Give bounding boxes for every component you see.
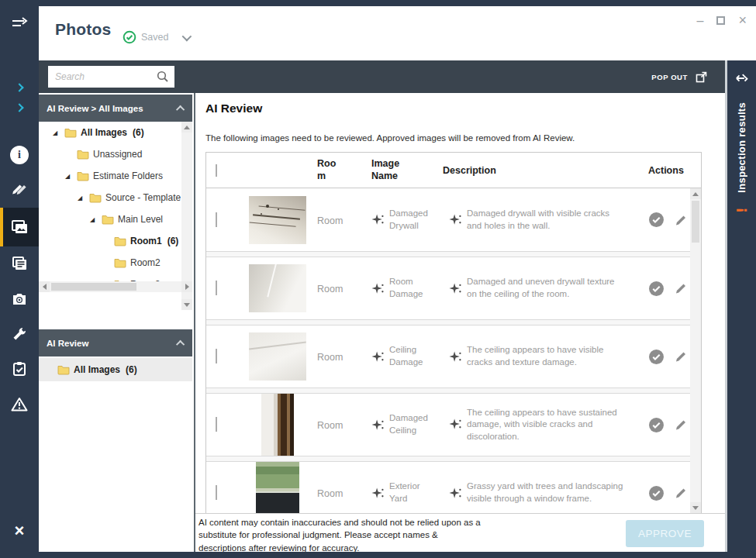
sidebar-item-photos[interactable] — [0, 208, 39, 246]
titlebar: Photos Saved – × — [39, 6, 756, 60]
row-checkbox[interactable] — [216, 281, 217, 295]
window-minimize-button[interactable]: – — [697, 14, 704, 28]
tree-item-unassigned[interactable]: Unassigned — [39, 143, 192, 165]
folder-label: Room2 — [130, 257, 161, 268]
sidebar-item-alerts[interactable] — [0, 387, 39, 421]
scroll-down-button[interactable] — [181, 299, 192, 310]
description-column-header: Description — [443, 165, 633, 176]
scrollbar-thumb[interactable] — [692, 201, 699, 243]
pop-out-button[interactable]: POP OUT — [651, 66, 708, 88]
pop-out-label: POP OUT — [651, 73, 688, 81]
saved-label: Saved — [141, 32, 168, 43]
review-footer: AI content may contain inaccuracies and … — [195, 513, 725, 552]
expand-panel-icon[interactable] — [732, 68, 751, 88]
table-row: RoomDamaged CeilingThe ceiling appears t… — [206, 393, 701, 456]
tree-item-source-template[interactable]: ◢Source - Template — [39, 187, 192, 208]
folder-icon — [102, 214, 114, 225]
image-name-column-header: Image Name — [371, 158, 443, 182]
sidebar-chevron-2[interactable] — [0, 96, 39, 119]
inspection-results-rail[interactable]: Inspection results ! — [727, 60, 756, 552]
tree-item-main-level[interactable]: ◢Main Level — [39, 208, 192, 230]
row-checkbox[interactable] — [216, 349, 217, 363]
ai-sparkle-icon — [449, 214, 461, 226]
description-value: The ceiling appears to have visible crac… — [467, 344, 625, 368]
row-checkbox[interactable] — [216, 417, 217, 432]
camera-icon — [11, 292, 28, 306]
window-maximize-button[interactable] — [716, 16, 725, 25]
approve-button[interactable]: APPROVE — [626, 520, 704, 547]
scroll-down-button[interactable] — [690, 502, 701, 513]
scroll-up-button[interactable] — [181, 122, 192, 133]
row-checkbox[interactable] — [216, 485, 217, 500]
image-thumbnail[interactable] — [249, 332, 306, 381]
edit-pencil-icon[interactable] — [674, 281, 688, 295]
sidebar-item-tasks[interactable] — [0, 352, 39, 386]
room-column-header: Room — [317, 158, 371, 182]
edit-pencil-icon[interactable] — [674, 418, 688, 432]
ai-sparkle-icon — [371, 214, 384, 226]
ai-sparkle-icon — [371, 283, 384, 294]
close-icon: × — [15, 522, 25, 539]
tree-item-all-images-selected[interactable]: All Images (6) — [39, 358, 192, 381]
sidebar-item-camera[interactable] — [0, 282, 39, 316]
folder-icon — [89, 192, 102, 203]
edit-pencil-icon[interactable] — [674, 213, 688, 227]
saved-dropdown-chevron[interactable] — [182, 31, 192, 41]
folders-breadcrumb-header[interactable]: AI Review > All Images — [39, 95, 192, 122]
table-vertical-scrollbar[interactable] — [690, 188, 701, 513]
sidebar-item-info[interactable]: i — [0, 138, 39, 172]
menu-toggle-icon — [11, 17, 28, 29]
sidebar-item-notes[interactable] — [0, 246, 39, 281]
breadcrumb: AI Review > All Images — [47, 104, 178, 113]
sidebar-item-tools[interactable] — [0, 317, 39, 351]
expand-toggle-icon[interactable]: ◢ — [90, 216, 102, 223]
edit-pencil-icon[interactable] — [674, 350, 688, 363]
window-bottom-edge — [0, 552, 756, 558]
approve-check-icon[interactable] — [648, 212, 665, 228]
select-all-checkbox[interactable] — [216, 164, 217, 177]
photos-icon — [10, 219, 29, 235]
ai-sparkle-icon — [371, 419, 384, 431]
image-name-value: Room Damage — [389, 276, 440, 300]
sidebar-item-edit[interactable] — [0, 171, 39, 205]
tree-item-room1[interactable]: Room1(6) — [39, 230, 192, 252]
room-value: Room — [317, 488, 343, 499]
notes-icon — [11, 256, 28, 271]
ai-review-panel-header[interactable]: AI Review — [39, 329, 192, 356]
search-input[interactable] — [48, 71, 156, 82]
expand-toggle-icon[interactable]: ◢ — [53, 129, 64, 136]
row-checkbox[interactable] — [216, 212, 217, 227]
tree-horizontal-scrollbar[interactable] — [39, 281, 192, 292]
folder-icon — [57, 364, 70, 375]
menu-toggle-button[interactable] — [0, 6, 39, 40]
expand-toggle-icon[interactable]: ◢ — [78, 195, 89, 202]
scroll-left-button[interactable] — [39, 281, 50, 292]
saved-check-icon — [123, 30, 136, 44]
image-thumbnail[interactable] — [256, 462, 299, 513]
expand-toggle-icon[interactable]: ◢ — [65, 173, 77, 180]
image-thumbnail[interactable] — [249, 264, 306, 312]
image-thumbnail[interactable] — [261, 394, 294, 456]
tree-item-room2[interactable]: Room2 — [39, 252, 192, 274]
edit-pencil-icon[interactable] — [674, 486, 688, 500]
ai-disclaimer-text: AI content may contain inaccuracies and … — [198, 516, 487, 554]
search-icon[interactable] — [156, 70, 170, 84]
scroll-right-button[interactable] — [181, 281, 192, 292]
approve-check-icon[interactable] — [648, 281, 665, 297]
folder-label: Unassigned — [93, 149, 142, 160]
tree-item-estimate-folders[interactable]: ◢Estimate Folders — [39, 165, 192, 187]
window-close-button[interactable]: × — [738, 12, 747, 29]
folder-label: All Images — [81, 127, 127, 138]
image-thumbnail[interactable] — [249, 196, 306, 244]
scroll-up-button[interactable] — [690, 188, 701, 199]
page-title: Photos — [55, 20, 111, 39]
warning-triangle-icon — [11, 397, 28, 412]
description-value: Grassy yard with trees and landscaping v… — [467, 480, 625, 505]
scrollbar-thumb[interactable] — [51, 283, 136, 291]
close-workspace-button[interactable]: × — [0, 514, 39, 548]
ai-sparkle-icon — [449, 487, 461, 499]
approve-check-icon[interactable] — [648, 349, 665, 365]
approve-check-icon[interactable] — [648, 485, 665, 501]
tree-item-all-images[interactable]: ◢All Images(6) — [39, 122, 192, 143]
approve-check-icon[interactable] — [648, 417, 665, 433]
